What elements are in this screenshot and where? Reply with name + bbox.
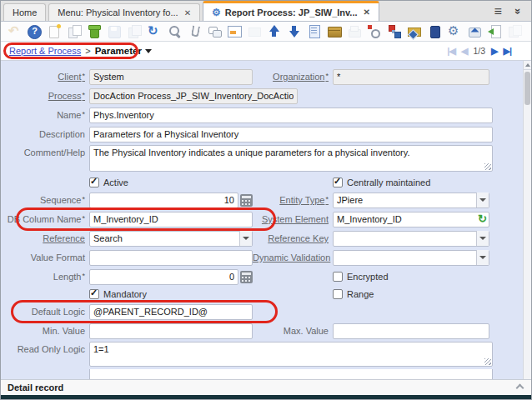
breadcrumb-root-link[interactable]: Report & Process: [9, 46, 81, 56]
row-description: Description: [3, 126, 521, 142]
default-logic-input[interactable]: [89, 304, 253, 320]
sequence-input[interactable]: [89, 192, 238, 208]
dropdown-arrow-icon[interactable]: [239, 231, 252, 246]
reference-label[interactable]: Reference: [3, 233, 89, 243]
system-element-label[interactable]: System Element: [253, 214, 333, 224]
new-record-icon[interactable]: [47, 24, 62, 38]
clipped-input[interactable]: [89, 369, 493, 379]
chat-icon[interactable]: [207, 24, 222, 38]
reference-input[interactable]: [89, 231, 253, 247]
mandatory-label: Mandatory: [103, 289, 147, 299]
entity-type-label[interactable]: Entity Type: [253, 195, 333, 205]
archive-icon[interactable]: [327, 24, 342, 38]
dropdown-arrow-icon[interactable]: [476, 231, 489, 246]
close-icon[interactable]: ✕: [184, 8, 191, 18]
file-import-icon[interactable]: [487, 24, 502, 38]
system-element-input[interactable]: [333, 212, 489, 228]
tabbar-right-controls: ≡ »: [484, 1, 531, 21]
client-label[interactable]: Client: [3, 72, 89, 82]
description-input[interactable]: [89, 127, 493, 142]
parent-record-icon[interactable]: [267, 24, 282, 38]
scroll-up-arrow-icon[interactable]: [524, 61, 531, 70]
export-icon[interactable]: [467, 24, 482, 38]
reference-key-label[interactable]: Reference Key: [253, 233, 333, 243]
vertical-scrollbar[interactable]: [523, 61, 531, 379]
comment-help-textarea[interactable]: The Physical Inventory indicates a uniqu…: [89, 145, 493, 172]
max-value-input[interactable]: [333, 323, 489, 339]
calculator-icon[interactable]: [240, 194, 253, 207]
length-input[interactable]: [89, 269, 238, 285]
dropdown-arrow-icon[interactable]: [476, 192, 489, 208]
attachment-icon[interactable]: [187, 24, 202, 38]
tab-menu-label: Menu: Physical Inventory fo...: [58, 8, 178, 18]
comment-help-label: Comment/Help: [3, 145, 89, 158]
min-value-input[interactable]: [89, 323, 253, 339]
chevron-down-icon: [145, 49, 152, 53]
save-icon: [107, 24, 122, 38]
process-input[interactable]: [89, 88, 298, 104]
row-length-encrypted: Length Encrypted: [3, 268, 521, 285]
detail-record-icon[interactable]: [287, 24, 302, 38]
mandatory-checkbox[interactable]: [89, 289, 99, 299]
read-only-logic-textarea[interactable]: 1=1: [89, 342, 493, 367]
find-icon[interactable]: [167, 24, 182, 38]
dynamic-validation-input[interactable]: [333, 250, 489, 266]
workflow-icon[interactable]: [387, 24, 402, 38]
toggle-grid-icon[interactable]: [227, 24, 242, 38]
db-column-name-input[interactable]: [89, 212, 253, 228]
sync-refresh-icon[interactable]: ↻: [478, 212, 487, 226]
breadcrumb-current-tab[interactable]: Parameter: [95, 46, 152, 56]
tab-home[interactable]: Home: [3, 3, 46, 21]
tab-menu-physical-inventory[interactable]: Menu: Physical Inventory fo... ✕: [48, 3, 200, 21]
row-read-only-logic: Read Only Logic 1=1: [3, 342, 521, 367]
resize-grip-icon[interactable]: [484, 358, 491, 365]
name-input[interactable]: [89, 108, 493, 123]
reference-key-input[interactable]: [333, 231, 489, 247]
resize-grip-icon[interactable]: [484, 163, 491, 170]
bottom-strip: [1, 395, 531, 400]
product-info-icon[interactable]: [427, 24, 442, 38]
row-mandatory-range: Mandatory Range: [3, 288, 521, 301]
row-valueformat-dynamicvalidation: Value Format Dynamic Validation: [3, 249, 521, 266]
process-icon[interactable]: [447, 24, 462, 38]
menu-icon[interactable]: ≡: [494, 1, 501, 22]
organization-input[interactable]: [333, 69, 489, 85]
collapse-all-icon[interactable]: »: [512, 8, 524, 13]
active-checkbox[interactable]: [89, 178, 99, 188]
centrally-maintained-checkbox[interactable]: [333, 178, 343, 188]
calculator-icon[interactable]: [240, 271, 253, 283]
csv-export-icon[interactable]: [367, 24, 382, 38]
dropdown-arrow-icon[interactable]: [476, 250, 489, 265]
detail-record-bar[interactable]: Detail record: [1, 379, 531, 395]
dynamic-validation-label[interactable]: Dynamic Validation: [253, 252, 333, 262]
last-record-button[interactable]: ▶|: [503, 46, 511, 57]
breadcrumb-current-label: Parameter: [95, 46, 142, 56]
client-input[interactable]: [89, 69, 253, 85]
scrollbar-thumb[interactable]: [524, 72, 530, 105]
gear-icon: ⚙: [212, 7, 221, 18]
delete-record-icon[interactable]: [87, 24, 102, 38]
encrypted-checkbox[interactable]: [333, 272, 343, 282]
tab-report-process[interactable]: ⚙ Report Process: JP_SIW_Inv... ✕: [203, 1, 379, 21]
value-format-input[interactable]: [89, 250, 253, 266]
process-label[interactable]: Process: [3, 91, 89, 101]
refresh-icon[interactable]: [147, 24, 162, 38]
length-label: Length: [3, 272, 89, 282]
close-icon[interactable]: ✕: [364, 8, 370, 17]
chevron-up-icon[interactable]: [516, 383, 524, 392]
report-icon[interactable]: [307, 24, 322, 38]
request-icon[interactable]: [407, 24, 422, 38]
range-checkbox[interactable]: [333, 289, 343, 299]
next-record-button[interactable]: ▶: [491, 46, 497, 57]
read-only-logic-label: Read Only Logic: [3, 342, 89, 354]
entity-type-input[interactable]: [333, 192, 489, 208]
application-window: Home Menu: Physical Inventory fo... ✕ ⚙ …: [0, 0, 532, 400]
max-value-label: Max. Value: [253, 326, 333, 336]
detail-record-label: Detail record: [8, 382, 63, 392]
organization-label[interactable]: Organization: [253, 72, 333, 82]
post-icon: [507, 24, 522, 38]
help-icon[interactable]: [27, 24, 42, 38]
copy-record-icon[interactable]: [67, 24, 82, 38]
print-icon: [347, 24, 362, 38]
customize-grid-icon: [247, 24, 262, 38]
